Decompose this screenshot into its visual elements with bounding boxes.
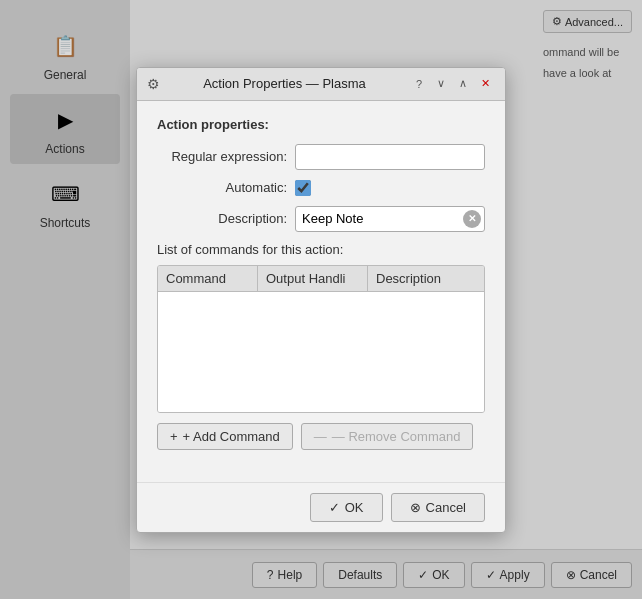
modal-overlay: ⚙ Action Properties — Plasma ? ∨ ∧ ✕ Act… xyxy=(0,0,642,599)
description-input-wrapper: ✕ xyxy=(295,206,485,232)
modal-close-button[interactable]: ✕ xyxy=(475,74,495,94)
table-body[interactable] xyxy=(158,292,484,412)
automatic-checkbox[interactable] xyxy=(295,180,311,196)
col-header-description: Description xyxy=(368,266,484,291)
modal-title-icon: ⚙ xyxy=(147,76,160,92)
list-label: List of commands for this action: xyxy=(157,242,485,257)
modal-ok-icon: ✓ xyxy=(329,500,340,515)
modal-ok-label: OK xyxy=(345,500,364,515)
section-label: Action properties: xyxy=(157,117,485,132)
remove-command-icon: — xyxy=(314,429,327,444)
modal-cancel-label: Cancel xyxy=(426,500,466,515)
regular-expression-input[interactable] xyxy=(295,144,485,170)
modal-footer: ✓ OK ⊗ Cancel xyxy=(137,482,505,532)
modal-cancel-icon: ⊗ xyxy=(410,500,421,515)
modal-body: Action properties: Regular expression: A… xyxy=(137,101,505,482)
col-header-command: Command xyxy=(158,266,258,291)
description-clear-button[interactable]: ✕ xyxy=(463,210,481,228)
modal-minimize-button[interactable]: ∨ xyxy=(431,74,451,94)
modal-cancel-button[interactable]: ⊗ Cancel xyxy=(391,493,485,522)
col-header-output: Output Handli xyxy=(258,266,368,291)
remove-command-button[interactable]: — — Remove Command xyxy=(301,423,474,450)
modal-ok-button[interactable]: ✓ OK xyxy=(310,493,383,522)
add-command-button[interactable]: + + Add Command xyxy=(157,423,293,450)
modal-title: Action Properties — Plasma xyxy=(166,76,403,91)
description-row: Description: ✕ xyxy=(157,206,485,232)
modal-dialog: ⚙ Action Properties — Plasma ? ∨ ∧ ✕ Act… xyxy=(136,67,506,533)
automatic-row: Automatic: xyxy=(157,180,485,196)
add-command-label: + Add Command xyxy=(183,429,280,444)
command-table: Command Output Handli Description xyxy=(157,265,485,413)
regular-expression-label: Regular expression: xyxy=(157,149,287,164)
action-buttons-row: + + Add Command — — Remove Command xyxy=(157,423,485,450)
table-header: Command Output Handli Description xyxy=(158,266,484,292)
add-command-icon: + xyxy=(170,429,178,444)
remove-command-label: — Remove Command xyxy=(332,429,461,444)
titlebar-controls: ? ∨ ∧ ✕ xyxy=(409,74,495,94)
description-label: Description: xyxy=(157,211,287,226)
automatic-label: Automatic: xyxy=(157,180,287,195)
description-input[interactable] xyxy=(295,206,485,232)
modal-maximize-button[interactable]: ∧ xyxy=(453,74,473,94)
regular-expression-row: Regular expression: xyxy=(157,144,485,170)
modal-titlebar: ⚙ Action Properties — Plasma ? ∨ ∧ ✕ xyxy=(137,68,505,101)
modal-help-button[interactable]: ? xyxy=(409,74,429,94)
